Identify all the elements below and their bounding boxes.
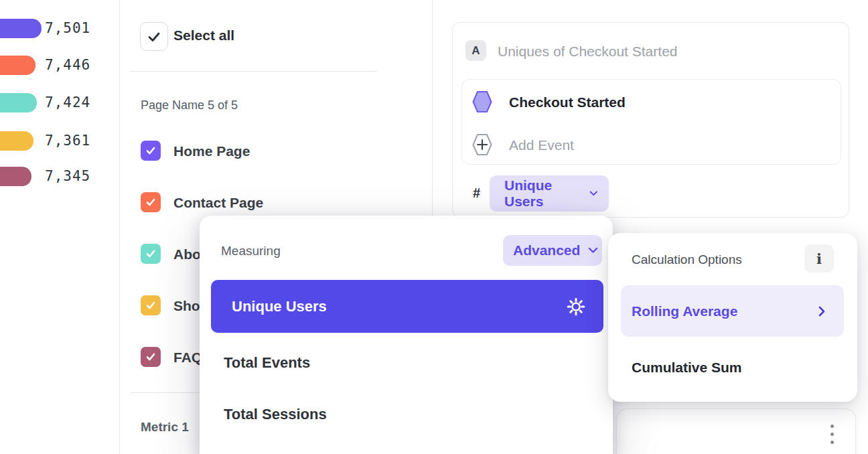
filter-item-label[interactable]: Contact Page <box>173 195 263 211</box>
series-color-bar <box>0 56 35 75</box>
series-letter-badge: A <box>465 40 486 61</box>
filter-item-label[interactable]: FAQ <box>173 350 202 366</box>
series-value: 7,501 <box>45 19 90 38</box>
measure-value: Unique Users <box>504 177 580 210</box>
divider <box>131 71 377 72</box>
series-value: 7,424 <box>45 93 90 112</box>
event-name[interactable]: Checkout Started <box>509 94 626 110</box>
check-icon <box>145 145 157 157</box>
chevron-right-icon <box>818 306 825 317</box>
add-event-icon[interactable] <box>472 133 492 156</box>
calculation-options-title: Calculation Options <box>632 252 742 267</box>
calculation-options-menu: Calculation Options i Rolling Average Cu… <box>608 233 857 402</box>
metric-title-input[interactable]: Uniques of Checkout Started <box>498 44 678 60</box>
add-event-label[interactable]: Add Event <box>509 137 574 153</box>
checkbox-home-page[interactable] <box>141 141 161 161</box>
query-builder-card: A Uniques of Checkout Started Checkout S… <box>452 22 849 218</box>
measure-symbol: # <box>473 185 480 201</box>
menu-option-unique-users[interactable]: Unique Users <box>211 280 603 333</box>
info-icon[interactable]: i <box>804 244 834 273</box>
check-icon <box>145 299 157 311</box>
checkbox-contact-page[interactable] <box>141 192 161 212</box>
measure-dropdown-button[interactable]: Unique Users <box>490 175 609 212</box>
chevron-down-icon <box>589 190 598 197</box>
series-value: 7,345 <box>45 167 90 186</box>
menu-option-total-sessions[interactable]: Total Sessions <box>224 406 327 423</box>
calc-option-cumulative-sum[interactable]: Cumulative Sum <box>632 360 742 376</box>
filter-item-label[interactable]: Home Page <box>173 143 250 159</box>
series-color-bar <box>0 19 42 38</box>
advanced-label: Advanced <box>513 242 580 258</box>
series-value: 7,361 <box>45 131 90 151</box>
series-color-bar <box>0 167 31 186</box>
check-icon <box>145 196 157 208</box>
gear-icon[interactable] <box>566 297 586 317</box>
measuring-menu: Measuring Advanced Unique Users Total Ev… <box>200 216 613 454</box>
series-color-bar <box>0 93 37 112</box>
series-value: 7,446 <box>45 56 90 75</box>
check-icon <box>146 29 162 45</box>
check-icon <box>145 248 157 260</box>
select-all-label: Select all <box>173 27 234 44</box>
checkbox-shop[interactable] <box>141 295 161 315</box>
series-color-bar <box>0 131 33 151</box>
metric-card <box>616 408 856 454</box>
measuring-menu-title: Measuring <box>221 244 281 258</box>
event-card: Checkout Started Add Event <box>461 79 841 165</box>
menu-option-total-events[interactable]: Total Events <box>224 354 310 372</box>
event-hexagon-icon <box>472 90 492 113</box>
legend-panel-divider <box>119 0 120 454</box>
menu-option-label: Unique Users <box>232 298 566 315</box>
filter-group-header: Page Name 5 of 5 <box>141 98 238 112</box>
check-icon <box>145 351 157 363</box>
checkbox-about[interactable] <box>141 244 161 264</box>
more-options-button[interactable] <box>828 425 836 449</box>
select-all-checkbox[interactable] <box>140 22 168 51</box>
chevron-down-icon <box>588 247 598 254</box>
calc-option-label: Rolling Average <box>632 303 818 319</box>
checkbox-faq[interactable] <box>141 347 161 367</box>
advanced-mode-button[interactable]: Advanced <box>503 235 602 266</box>
calc-option-rolling-average[interactable]: Rolling Average <box>621 285 844 337</box>
metric-section-label: Metric 1 <box>141 420 189 435</box>
